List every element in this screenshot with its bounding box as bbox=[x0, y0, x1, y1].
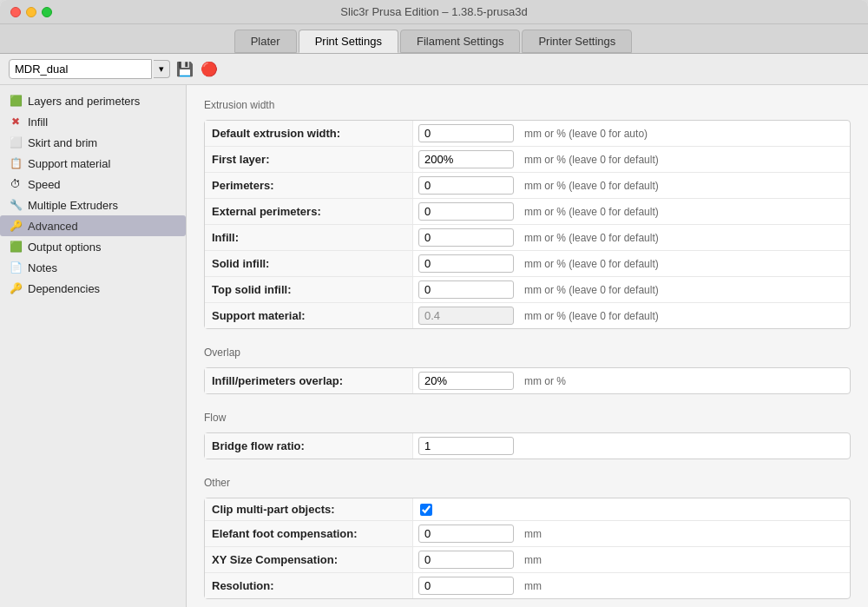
input-cell-solid-infill bbox=[413, 251, 517, 277]
label-xy-size-compensation: XY Size Compensation: bbox=[205, 547, 413, 573]
profile-select: ▾ bbox=[9, 59, 170, 79]
sidebar-item-speed[interactable]: ⏱ Speed bbox=[0, 174, 186, 195]
input-cell-first-layer bbox=[413, 147, 517, 173]
section-other: Other Clip multi-part objects: Elefant f… bbox=[204, 477, 851, 599]
sidebar-label-advanced: Advanced bbox=[28, 220, 78, 233]
close-button[interactable] bbox=[10, 7, 21, 17]
sidebar-label-support-material: Support material bbox=[28, 157, 110, 170]
hint-infill: mm or % (leave 0 for default) bbox=[517, 225, 850, 251]
input-first-layer[interactable] bbox=[418, 150, 514, 168]
input-cell-infill bbox=[413, 225, 517, 251]
input-default-extrusion-width[interactable] bbox=[418, 124, 514, 142]
sidebar-item-advanced[interactable]: 🔑 Advanced bbox=[0, 215, 186, 236]
sidebar-item-support-material[interactable]: 📋 Support material bbox=[0, 153, 186, 174]
hint-solid-infill: mm or % (leave 0 for default) bbox=[517, 251, 850, 277]
input-external-perimeters[interactable] bbox=[418, 202, 514, 221]
hint-clip-multi-part bbox=[517, 498, 850, 521]
hint-perimeters: mm or % (leave 0 for default) bbox=[517, 173, 850, 199]
label-default-extrusion-width: Default extrusion width: bbox=[205, 121, 413, 147]
extruders-icon: 🔧 bbox=[9, 198, 23, 212]
sidebar-item-layers-perimeters[interactable]: 🟩 Layers and perimeters bbox=[0, 90, 186, 111]
input-cell-default-extrusion-width bbox=[413, 121, 517, 147]
sidebar: 🟩 Layers and perimeters ✖ Infill ⬜ Skirt… bbox=[0, 85, 187, 607]
profile-dropdown-button[interactable]: ▾ bbox=[154, 60, 170, 78]
section-title-extrusion-width: Extrusion width bbox=[204, 99, 851, 111]
other-form: Clip multi-part objects: Elefant foot co… bbox=[204, 498, 851, 599]
input-elefant-foot[interactable] bbox=[418, 525, 514, 543]
hint-external-perimeters: mm or % (leave 0 for default) bbox=[517, 199, 850, 225]
sidebar-item-output-options[interactable]: 🟩 Output options bbox=[0, 236, 186, 257]
tab-printer-settings[interactable]: Printer Settings bbox=[522, 30, 632, 53]
tab-plater[interactable]: Plater bbox=[234, 30, 297, 53]
sidebar-label-output-options: Output options bbox=[28, 241, 102, 254]
toolbar: ▾ 💾 🔴 bbox=[0, 54, 868, 85]
hint-support-material: mm or % (leave 0 for default) bbox=[517, 303, 850, 328]
sidebar-item-dependencies[interactable]: 🔑 Dependencies bbox=[0, 278, 186, 299]
input-solid-infill[interactable] bbox=[418, 254, 514, 273]
sidebar-item-infill[interactable]: ✖ Infill bbox=[0, 111, 186, 132]
sidebar-label-skirt-brim: Skirt and brim bbox=[28, 136, 97, 149]
input-cell-top-solid-infill bbox=[413, 277, 517, 303]
main-area: 🟩 Layers and perimeters ✖ Infill ⬜ Skirt… bbox=[0, 85, 868, 607]
input-infill[interactable] bbox=[418, 228, 514, 247]
input-cell-bridge-flow-ratio bbox=[413, 433, 517, 459]
input-bridge-flow-ratio[interactable] bbox=[418, 437, 514, 455]
input-cell-elefant-foot bbox=[413, 521, 517, 547]
section-title-flow: Flow bbox=[204, 412, 851, 424]
sidebar-label-notes: Notes bbox=[28, 261, 57, 274]
extrusion-width-form: Default extrusion width: mm or % (leave … bbox=[204, 120, 851, 329]
checkbox-cell-clip-multi-part bbox=[413, 498, 517, 521]
input-cell-external-perimeters bbox=[413, 199, 517, 225]
hint-bridge-flow-ratio bbox=[517, 433, 850, 459]
label-clip-multi-part: Clip multi-part objects: bbox=[205, 498, 413, 521]
label-top-solid-infill: Top solid infill: bbox=[205, 277, 413, 303]
input-infill-overlap[interactable] bbox=[418, 372, 514, 390]
input-xy-size-compensation[interactable] bbox=[418, 551, 514, 569]
advanced-icon: 🔑 bbox=[9, 219, 23, 233]
input-top-solid-infill[interactable] bbox=[418, 280, 514, 299]
sidebar-label-dependencies: Dependencies bbox=[28, 282, 100, 295]
skirt-icon: ⬜ bbox=[9, 135, 23, 149]
sidebar-label-infill: Infill bbox=[28, 115, 48, 129]
minimize-button[interactable] bbox=[26, 7, 36, 17]
window-title: Slic3r Prusa Edition – 1.38.5-prusa3d bbox=[340, 5, 527, 18]
input-cell-resolution bbox=[413, 573, 517, 598]
section-title-other: Other bbox=[204, 477, 851, 489]
titlebar: Slic3r Prusa Edition – 1.38.5-prusa3d bbox=[0, 0, 868, 24]
label-first-layer: First layer: bbox=[205, 147, 413, 173]
sidebar-item-skirt-brim[interactable]: ⬜ Skirt and brim bbox=[0, 132, 186, 153]
traffic-lights bbox=[10, 7, 52, 17]
section-extrusion-width: Extrusion width Default extrusion width:… bbox=[204, 99, 851, 329]
hint-default-extrusion-width: mm or % (leave 0 for auto) bbox=[517, 121, 850, 147]
sidebar-item-notes[interactable]: 📄 Notes bbox=[0, 257, 186, 278]
maximize-button[interactable] bbox=[42, 7, 52, 17]
label-external-perimeters: External perimeters: bbox=[205, 199, 413, 225]
notes-icon: 📄 bbox=[9, 261, 23, 274]
sidebar-label-multiple-extruders: Multiple Extruders bbox=[28, 199, 118, 212]
label-infill: Infill: bbox=[205, 225, 413, 251]
profile-input[interactable] bbox=[9, 59, 152, 79]
support-icon: 📋 bbox=[9, 156, 23, 170]
checkbox-clip-multi-part[interactable] bbox=[420, 504, 432, 516]
label-infill-overlap: Infill/perimeters overlap: bbox=[205, 368, 413, 393]
input-cell-xy-size-compensation bbox=[413, 547, 517, 573]
input-cell-infill-overlap bbox=[413, 368, 517, 393]
section-title-overlap: Overlap bbox=[204, 346, 851, 359]
input-resolution[interactable] bbox=[418, 577, 514, 595]
sidebar-item-multiple-extruders[interactable]: 🔧 Multiple Extruders bbox=[0, 195, 186, 215]
save-icon-button[interactable]: 💾 bbox=[175, 60, 194, 79]
layers-icon: 🟩 bbox=[9, 94, 23, 108]
delete-icon-button[interactable]: 🔴 bbox=[200, 60, 219, 79]
label-elefant-foot: Elefant foot compensation: bbox=[205, 521, 413, 547]
tab-print-settings[interactable]: Print Settings bbox=[299, 30, 398, 53]
hint-elefant-foot: mm bbox=[517, 521, 850, 547]
input-perimeters[interactable] bbox=[418, 176, 514, 195]
label-resolution: Resolution: bbox=[205, 573, 413, 598]
tab-filament-settings[interactable]: Filament Settings bbox=[400, 30, 520, 53]
hint-top-solid-infill: mm or % (leave 0 for default) bbox=[517, 277, 850, 303]
section-flow: Flow Bridge flow ratio: bbox=[204, 412, 851, 459]
content-area: Extrusion width Default extrusion width:… bbox=[187, 85, 868, 607]
label-support-material: Support material: bbox=[205, 303, 413, 328]
dependencies-icon: 🔑 bbox=[9, 281, 23, 295]
input-cell-support-material bbox=[413, 303, 517, 328]
